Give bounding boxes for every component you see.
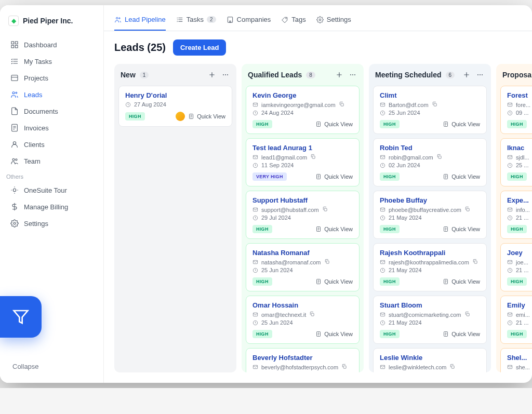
- lead-card[interactable]: Iknacsjdl...25 ...HIGHQuick View: [500, 138, 532, 186]
- lead-email-row: joe...: [507, 259, 532, 265]
- tab-label: Settings: [327, 16, 351, 23]
- svg-point-16: [12, 158, 15, 161]
- quick-view-button[interactable]: Quick View: [315, 226, 353, 232]
- copy-icon[interactable]: [339, 101, 344, 108]
- tab-tags[interactable]: Tags: [281, 16, 305, 31]
- column-title: Proposal: [502, 71, 532, 79]
- sidebar-item-dashboard[interactable]: Dashboard: [4, 36, 99, 53]
- sidebar-item-projects[interactable]: Projects: [4, 70, 99, 86]
- quick-view-button[interactable]: Quick View: [443, 173, 480, 180]
- lead-card[interactable]: Phoebe Buffayphoebe@buffaycreative.com21…: [373, 191, 487, 239]
- lead-card[interactable]: ClimtBarton@df.com25 Jun 2024HIGHQuick V…: [373, 86, 487, 134]
- sidebar-item-my-tasks[interactable]: My Tasks: [4, 53, 99, 70]
- svg-point-17: [16, 159, 17, 161]
- copy-icon[interactable]: [324, 259, 330, 265]
- svg-rect-136: [452, 366, 455, 368]
- lead-card[interactable]: Emilyemi...21 ...HIGHQuick View: [500, 296, 532, 344]
- add-card-button[interactable]: [462, 70, 471, 79]
- lead-date: 24 Aug 2024: [261, 110, 294, 116]
- nav-item-label: Leads: [24, 91, 42, 99]
- lead-card[interactable]: Shel...she...21 ...HIGHQuick View: [500, 348, 532, 372]
- column-body[interactable]: Henry D'orial27 Aug 2024HIGHQuick View: [114, 86, 236, 372]
- copy-icon[interactable]: [322, 206, 328, 213]
- lead-card[interactable]: Omar Hossainomar@technext.it25 Jun 2024H…: [246, 296, 360, 344]
- svg-point-9: [12, 92, 15, 94]
- column-more-button[interactable]: [475, 70, 485, 79]
- collapse-button[interactable]: Collapse: [8, 363, 95, 370]
- quick-view-button[interactable]: Quick View: [315, 331, 353, 337]
- nav-item-label: Team: [24, 157, 41, 165]
- sidebar-item-leads[interactable]: Leads: [4, 86, 99, 103]
- quick-view-button[interactable]: Quick View: [443, 226, 480, 232]
- svg-point-18: [13, 189, 16, 191]
- copy-icon[interactable]: [464, 311, 470, 318]
- lead-card[interactable]: Rajesh Koothrappalirajesh@koothrappalime…: [373, 243, 487, 291]
- copy-icon[interactable]: [436, 154, 442, 161]
- copy-icon[interactable]: [310, 154, 316, 161]
- column-body[interactable]: ClimtBarton@df.com25 Jun 2024HIGHQuick V…: [369, 86, 491, 372]
- lead-card[interactable]: Natasha Romanafnatasha@romanaf.com25 Jun…: [246, 243, 360, 291]
- tab-companies[interactable]: Companies: [227, 16, 271, 31]
- svg-rect-81: [253, 313, 257, 316]
- lead-card[interactable]: Kevin Georgeiamkevingeorrge@gmail.com24 …: [246, 86, 360, 134]
- copy-icon[interactable]: [341, 364, 347, 370]
- leads-icon: [10, 90, 19, 99]
- lead-card[interactable]: Stuart Bloomstuart@comicmarketing.com21 …: [373, 296, 487, 344]
- add-card-button[interactable]: [207, 70, 217, 79]
- tab-lead-pipeline[interactable]: Lead Pipeline: [114, 16, 166, 31]
- quick-view-button[interactable]: Quick View: [443, 331, 480, 337]
- add-card-button[interactable]: [335, 70, 344, 79]
- tab-label: Tags: [291, 16, 305, 23]
- copy-icon[interactable]: [432, 101, 437, 108]
- sidebar-item-team[interactable]: Team: [4, 153, 99, 169]
- quick-view-button[interactable]: Quick View: [443, 278, 480, 285]
- nav-item-label: My Tasks: [24, 58, 52, 65]
- filter-fab[interactable]: [0, 296, 42, 338]
- lead-date-row: 21 May 2024: [380, 319, 480, 326]
- copy-icon[interactable]: [449, 364, 455, 370]
- lead-card[interactable]: Beverly Hofstadterbeverly@hofstadterpsyc…: [246, 348, 360, 372]
- kanban-board[interactable]: New1Henry D'orial27 Aug 2024HIGHQuick Vi…: [104, 64, 532, 383]
- lead-card[interactable]: Robin Tedrobin@gmail.com02 Jun 2024HIGHQ…: [373, 138, 487, 186]
- nav-main: DashboardMy TasksProjectsLeadsDocumentsI…: [0, 36, 103, 169]
- priority-tag: HIGH: [252, 225, 272, 233]
- sidebar-item-onesuite-tour[interactable]: OneSuite Tour: [4, 182, 99, 198]
- copy-icon[interactable]: [464, 206, 470, 213]
- quick-view-button[interactable]: Quick View: [315, 121, 353, 127]
- create-lead-button[interactable]: Create Lead: [173, 39, 226, 56]
- quick-view-label: Quick View: [324, 226, 353, 232]
- lead-name: Emily: [507, 301, 532, 309]
- column-body[interactable]: Forestfore...09 ...HIGHQuick ViewIknacsj…: [496, 86, 532, 372]
- lead-card[interactable]: Forestfore...09 ...HIGHQuick View: [500, 86, 532, 134]
- quick-view-button[interactable]: Quick View: [315, 173, 353, 180]
- svg-rect-67: [253, 208, 257, 211]
- copy-icon[interactable]: [309, 311, 315, 318]
- column-more-button[interactable]: [348, 70, 357, 79]
- lead-card[interactable]: Expe...info...21 ...HIGHQuick View: [500, 191, 532, 239]
- svg-point-99: [482, 74, 483, 75]
- sidebar-item-settings[interactable]: Settings: [4, 215, 99, 232]
- billing-icon: [10, 203, 19, 211]
- lead-card[interactable]: Henry D'orial27 Aug 2024HIGHQuick View: [118, 86, 232, 127]
- sidebar-item-invoices[interactable]: Invoices: [4, 119, 99, 136]
- sidebar-item-documents[interactable]: Documents: [4, 103, 99, 119]
- column-body[interactable]: Kevin Georgeiamkevingeorrge@gmail.com24 …: [242, 86, 364, 372]
- page-header: Leads (25) Create Lead: [104, 31, 532, 64]
- lead-email-row: iamkevingeorrge@gmail.com: [252, 101, 353, 108]
- lead-card[interactable]: Test lead Anurag 1lead1@gmail.com11 Sep …: [246, 138, 360, 186]
- quick-view-button[interactable]: Quick View: [443, 121, 480, 127]
- sidebar-item-clients[interactable]: Clients: [4, 136, 99, 153]
- column-more-button[interactable]: [221, 70, 230, 79]
- lead-email-row: leslie@winkletech.com: [380, 364, 480, 370]
- quick-view-button[interactable]: Quick View: [315, 278, 353, 285]
- tab-tasks[interactable]: Tasks2: [176, 16, 216, 31]
- lead-card[interactable]: Joeyjoe...21 ...HIGHQuick View: [500, 243, 532, 291]
- lead-email: robin@gmail.com: [389, 154, 433, 161]
- tab-settings[interactable]: Settings: [316, 16, 351, 31]
- lead-card[interactable]: Support Hubstaffsupport@hubstaff.com29 J…: [246, 191, 360, 239]
- lead-email-row: natasha@romanaf.com: [252, 259, 353, 265]
- quick-view-button[interactable]: Quick View: [188, 113, 225, 119]
- lead-card[interactable]: Leslie Winkleleslie@winkletech.com21 May…: [373, 348, 487, 372]
- sidebar-item-manage-billing[interactable]: Manage Billing: [4, 198, 99, 215]
- copy-icon[interactable]: [472, 259, 478, 265]
